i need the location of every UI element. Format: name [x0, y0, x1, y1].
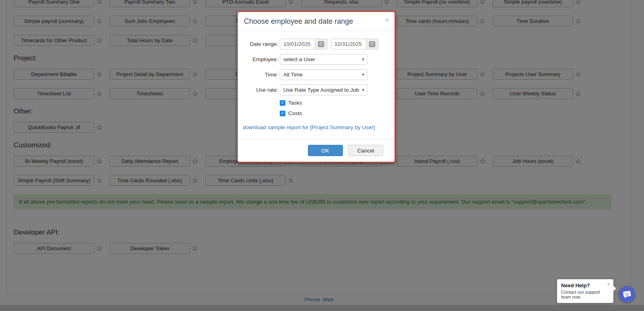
need-help-subtitle: Contact our support team now.: [561, 290, 609, 299]
start-date-group: [280, 39, 327, 49]
chevron-down-icon: ▾: [362, 57, 364, 62]
end-date-calendar-button[interactable]: [366, 39, 378, 49]
need-help-tooltip: Need Help? Contact our support team now.…: [557, 279, 613, 303]
cancel-button[interactable]: Cancel: [348, 145, 383, 156]
checkbox-label: Costs: [288, 110, 302, 116]
calendar-icon: [369, 41, 375, 47]
start-date-input[interactable]: [280, 39, 315, 49]
date-range-row: Date range:: [243, 39, 390, 49]
dialog-footer: OK Cancel: [238, 139, 394, 162]
start-date-calendar-button[interactable]: [315, 39, 327, 49]
chat-launcher-button[interactable]: [619, 286, 635, 303]
end-date-group: [331, 39, 378, 49]
dialog-body: Date range:: [238, 31, 394, 130]
use-rate-label: Use rate:: [243, 87, 278, 93]
calendar-icon: [318, 41, 324, 47]
employee-select-value: select a User: [283, 56, 315, 62]
end-date-input[interactable]: [331, 39, 366, 49]
time-label: Time:: [243, 72, 278, 78]
chevron-down-icon: ▾: [362, 87, 364, 93]
checkbox[interactable]: ✓: [280, 100, 285, 106]
time-row: Time: All Time ▾: [243, 69, 390, 80]
dialog-header: Choose employee and date range ×: [238, 12, 394, 31]
ok-button[interactable]: OK: [308, 145, 343, 156]
time-select-value: All Time: [283, 72, 303, 78]
employee-select[interactable]: select a User ▾: [280, 54, 367, 65]
close-icon[interactable]: ×: [385, 16, 390, 24]
chat-bubble-icon: [623, 290, 632, 299]
employee-row: Employee: select a User ▾: [243, 54, 390, 65]
date-range-label: Date range:: [243, 41, 278, 47]
tooltip-close-icon[interactable]: ×: [607, 282, 610, 287]
checkbox-row: ✓Tasks: [280, 100, 390, 106]
download-sample-report-link[interactable]: download sample report for [Project Summ…: [243, 124, 390, 130]
checkbox[interactable]: ✓: [280, 111, 285, 116]
need-help-title: Need Help?: [561, 282, 609, 288]
checkbox-label: Tasks: [288, 100, 302, 106]
employee-label: Employee:: [243, 56, 278, 62]
checkbox-row: ✓Costs: [280, 110, 390, 116]
time-select[interactable]: All Time ▾: [280, 69, 367, 80]
use-rate-select[interactable]: Use Rate Type Assigned to Job ▾: [280, 84, 367, 95]
use-rate-row: Use rate: Use Rate Type Assigned to Job …: [243, 84, 390, 95]
dialog-title: Choose employee and date range: [244, 17, 388, 26]
use-rate-select-value: Use Rate Type Assigned to Job: [283, 87, 359, 93]
choose-employee-date-range-dialog: Choose employee and date range × Date ra…: [237, 11, 395, 163]
chevron-down-icon: ▾: [362, 72, 364, 77]
